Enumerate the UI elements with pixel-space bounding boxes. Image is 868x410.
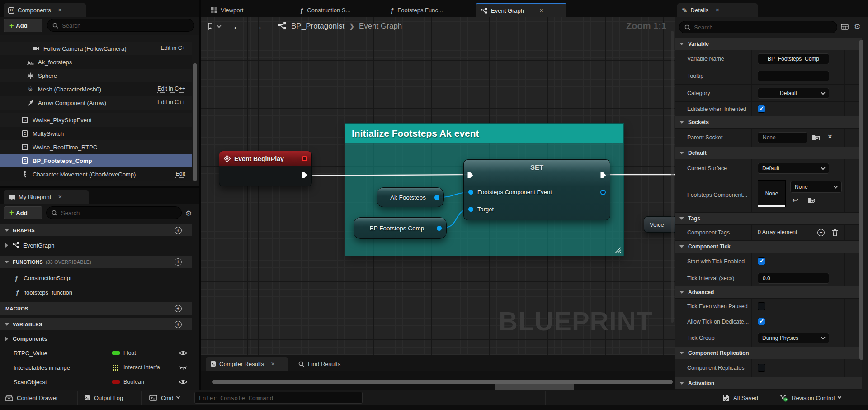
add-variable-icon[interactable]: + — [175, 321, 182, 328]
add-blueprint-item-button[interactable]: +Add — [4, 206, 42, 219]
content-drawer-button[interactable]: Content Drawer — [5, 390, 58, 405]
allow-tick-dedicated-checkbox[interactable] — [758, 318, 765, 325]
my-blueprint-search-input[interactable] — [60, 209, 176, 217]
section-header-advanced[interactable]: Advanced — [675, 286, 862, 299]
tree-row-multyswitch[interactable]: C MultySwitch — [0, 127, 192, 140]
section-header-activation[interactable]: Activation — [675, 377, 862, 390]
tree-row-footsteps-function[interactable]: ƒ footsteps_function — [0, 286, 192, 299]
object-output-pin[interactable] — [437, 226, 442, 231]
eye-hidden-icon[interactable] — [179, 365, 187, 370]
back-arrow-icon[interactable]: ← — [232, 20, 242, 32]
breadcrumb-current[interactable]: Event Graph — [359, 22, 402, 31]
asset-picker-dropdown[interactable]: None — [790, 181, 842, 193]
tooltip-input[interactable] — [758, 71, 829, 81]
exec-input-pin[interactable] — [467, 172, 474, 178]
tree-row-sphere[interactable]: Sphere — [0, 69, 192, 82]
object-output-pin[interactable] — [434, 195, 439, 200]
tab-viewport[interactable]: Viewport — [207, 3, 248, 17]
forward-arrow-icon[interactable]: → — [253, 20, 263, 32]
tab-my-blueprint[interactable]: My Blueprint ✕ — [4, 190, 89, 204]
console-command-input[interactable] — [194, 392, 363, 404]
components-scrollbar[interactable] — [193, 63, 197, 181]
tab-components[interactable]: C Components ✕ — [4, 3, 86, 17]
section-header-default[interactable]: Default — [675, 147, 862, 159]
details-settings-gear-icon[interactable]: ⚙ — [854, 22, 860, 31]
collapse-arrow-icon[interactable] — [5, 323, 9, 326]
node-event-beginplay[interactable]: Event BeginPlay — [219, 151, 312, 186]
exec-output-pin[interactable] — [600, 172, 607, 178]
close-icon[interactable]: ✕ — [58, 7, 62, 13]
exec-output-pin[interactable] — [301, 172, 308, 178]
macros-section-header[interactable]: MACROS + — [0, 302, 192, 315]
tab-compiler-results[interactable]: Compiler Results ✕ — [206, 357, 288, 371]
all-saved-button[interactable]: All Saved — [722, 390, 758, 405]
current-surface-dropdown[interactable]: Default — [758, 163, 829, 174]
tab-details[interactable]: ✎ Details ✕ — [677, 3, 758, 17]
tree-row-arrow-component[interactable]: Arrow Component (Arrow) Edit in C++ — [0, 96, 192, 110]
tree-row-ak-footsteps[interactable]: Ak_footsteps — [0, 55, 192, 69]
variables-group-components[interactable]: Components — [0, 333, 192, 345]
clear-socket-icon[interactable]: ✕ — [827, 133, 833, 140]
add-function-icon[interactable]: + — [175, 258, 182, 266]
graph-vertical-scrollbar[interactable] — [671, 31, 674, 323]
my-blueprint-search[interactable] — [46, 206, 182, 219]
components-search[interactable] — [47, 19, 194, 32]
add-component-button[interactable]: +Add — [4, 19, 42, 32]
node-get-ak-footsteps[interactable]: Ak Footsteps — [377, 187, 444, 207]
tree-row-mesh[interactable]: ☠ Mesh (CharacterMesh0) Edit in C++ — [0, 82, 192, 96]
add-macro-icon[interactable]: + — [175, 305, 182, 312]
tab-event-graph-active[interactable]: Event Graph ✕ — [476, 3, 566, 17]
edit-in-cpp-link[interactable]: Edit — [175, 171, 185, 178]
variable-row-rtpc-value[interactable]: RTPC_Value Float — [0, 347, 192, 359]
details-search-input[interactable] — [693, 24, 832, 31]
revision-control-button[interactable]: Revision Control — [779, 390, 841, 405]
expander-icon[interactable] — [5, 337, 8, 341]
section-header-tags[interactable]: Tags — [675, 213, 862, 225]
variable-row-interactables-in-range[interactable]: Interactables in range Interact Interfa — [0, 361, 192, 374]
editable-when-inherited-checkbox[interactable] — [758, 105, 765, 113]
horizontal-scrollbar[interactable] — [212, 380, 673, 384]
tab-construction-script[interactable]: ƒ Construction S... — [295, 3, 355, 17]
edit-in-cpp-link[interactable]: Edit in C+ — [160, 45, 185, 52]
tree-row-bp-footsteps-comp-selected[interactable]: C BP_Footsteps_Comp — [0, 154, 192, 167]
variables-section-header[interactable]: VARIABLES + — [0, 318, 192, 330]
variable-row-scanobjecst[interactable]: ScanObjecst Boolean — [0, 376, 192, 388]
tree-row-eventgraph[interactable]: EventGraph — [0, 239, 192, 252]
edit-in-cpp-link[interactable]: Edit in C++ — [157, 99, 185, 106]
expander-icon[interactable] — [5, 243, 8, 248]
tab-find-results[interactable]: Find Results — [294, 357, 345, 371]
details-scrollbar[interactable] — [859, 40, 863, 360]
close-icon[interactable]: ✕ — [715, 7, 719, 13]
breadcrumb-root[interactable]: BP_Protagonist — [291, 22, 344, 31]
collapse-arrow-icon[interactable] — [5, 261, 9, 263]
asset-thumbnail[interactable]: None — [758, 180, 786, 207]
variable-name-input[interactable]: BP_Footsteps_Comp — [758, 53, 829, 64]
blueprint-canvas[interactable]: BLUEPRINT Zoom 1:1 Initialize Footsteps … — [201, 17, 675, 355]
node-set-footsteps-component[interactable]: SET Footsteps Component Event Target — [463, 159, 610, 220]
section-header-component-tick[interactable]: Component Tick — [675, 241, 862, 253]
object-input-pin[interactable] — [468, 207, 473, 212]
use-selected-asset-icon[interactable]: ↩ — [792, 195, 798, 205]
tick-group-dropdown[interactable]: During Physics — [758, 333, 829, 343]
node-get-bp-footsteps-comp[interactable]: BP Footsteps Comp — [354, 217, 447, 239]
close-icon[interactable]: ✕ — [539, 8, 543, 14]
close-icon[interactable]: ✕ — [271, 361, 275, 367]
parent-socket-input[interactable]: None — [758, 132, 807, 143]
category-dropdown[interactable]: Default — [758, 88, 829, 99]
chevron-down-icon[interactable] — [217, 23, 222, 28]
eye-visible-icon[interactable] — [179, 350, 187, 356]
components-search-input[interactable] — [61, 22, 189, 29]
browse-socket-icon[interactable] — [812, 134, 820, 141]
node-fragment-voice[interactable]: Voice — [644, 216, 675, 233]
add-graph-icon[interactable]: + — [175, 227, 182, 234]
add-array-element-icon[interactable]: + — [817, 229, 825, 236]
start-with-tick-checkbox[interactable] — [758, 257, 765, 265]
tree-row-follow-camera[interactable]: Follow Camera (FollowCamera) Edit in C+ — [0, 42, 192, 55]
eye-visible-icon[interactable] — [179, 379, 187, 385]
component-replicates-checkbox[interactable] — [758, 364, 765, 372]
cmd-selector[interactable]: Cmd — [149, 390, 179, 405]
collapse-arrow-icon[interactable] — [5, 229, 9, 232]
tick-even-when-paused-checkbox[interactable] — [758, 302, 765, 310]
tick-interval-input[interactable]: 0.0 — [758, 273, 829, 284]
bookmark-icon[interactable] — [208, 23, 213, 30]
